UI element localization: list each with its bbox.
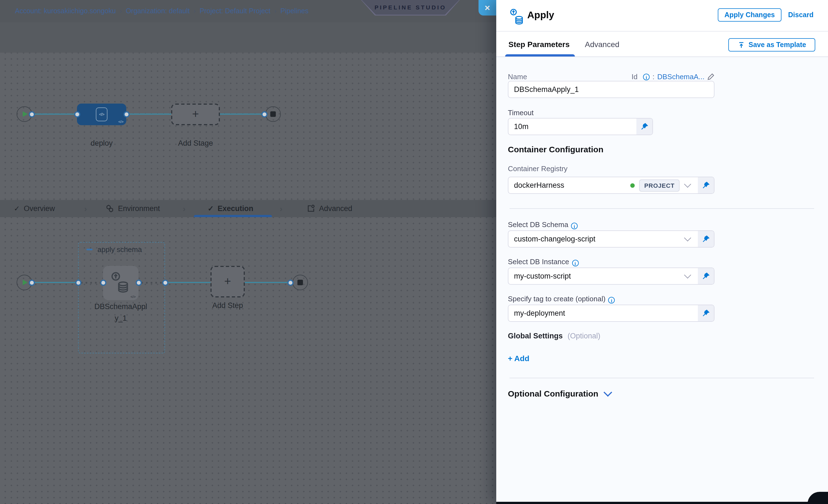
stop-icon [270, 111, 276, 117]
breadcrumb-separator: › [194, 7, 196, 15]
chevron-down-icon[interactable] [684, 271, 691, 278]
pin-input-type-button[interactable] [636, 119, 653, 135]
db-schema-apply-icon [111, 271, 131, 295]
name-input[interactable]: DBSchemaApply_1 [508, 81, 714, 98]
step-group-label: apply schema [97, 245, 142, 254]
pin-input-type-button[interactable] [698, 177, 714, 193]
step-label-line2[interactable]: y_1 [89, 314, 153, 322]
advanced-icon [307, 204, 315, 213]
tab-execution[interactable]: ✓ Execution [208, 200, 253, 217]
tab-advanced[interactable]: Advanced [307, 200, 352, 217]
add-global-setting-button[interactable]: + Add [508, 354, 530, 363]
code-badge-icon: </> [130, 295, 136, 298]
db-schema-label: Select DB Schemai [508, 220, 578, 229]
global-settings-label: Global Settings [508, 332, 563, 340]
optional-configuration-label: Optional Configuration [508, 389, 598, 398]
pin-icon [702, 235, 710, 243]
play-icon [23, 280, 28, 285]
deploy-out-port [123, 111, 129, 117]
step-label-line1[interactable]: DBSchemaAppl [89, 302, 153, 311]
connector-line [219, 114, 262, 115]
add-stage-label[interactable]: Add Stage [168, 139, 223, 147]
stage-label[interactable]: deploy [77, 139, 126, 147]
id-colon: : [653, 73, 654, 81]
db-instance-label: Select DB Instancei [508, 257, 579, 266]
name-value: DBSchemaApply_1 [508, 85, 714, 94]
breadcrumb-project[interactable]: Project: Default Project [200, 7, 271, 15]
tab-separator-icon: › [84, 200, 87, 217]
add-step-label[interactable]: Add Step [204, 301, 251, 309]
tag-label-text: Specify tag to create (optional) [508, 295, 606, 303]
db-schema-select[interactable]: custom-changelog-script [508, 230, 714, 248]
edit-id-icon[interactable] [707, 73, 714, 80]
pin-input-type-button[interactable] [698, 268, 714, 284]
step-group-header[interactable]: apply schema [86, 245, 142, 254]
id-value[interactable]: DBSchemaA... [657, 73, 704, 81]
tab-environment[interactable]: Environment [106, 200, 160, 217]
start-port [29, 280, 35, 286]
active-tab-underline [505, 54, 575, 56]
info-icon[interactable]: i [571, 223, 578, 229]
execution-canvas: apply schema [0, 217, 496, 504]
pin-icon [702, 181, 710, 190]
collapse-group-icon[interactable] [86, 249, 92, 250]
save-as-template-button[interactable]: Save as Template [728, 38, 815, 51]
apply-step-icon [509, 8, 525, 26]
connector-line [128, 114, 172, 115]
breadcrumb-separator: › [275, 7, 277, 15]
container-registry-selector[interactable]: dockerHarness PROJECT [508, 177, 714, 194]
stage-node-deploy[interactable]: </> </> [77, 103, 126, 125]
step-node-dbschemaapply[interactable]: </> [103, 266, 138, 300]
stop-icon [297, 280, 303, 285]
pin-icon [702, 309, 710, 318]
db-schema-value: custom-changelog-script [508, 235, 679, 243]
tab-step-parameters[interactable]: Step Parameters [508, 40, 570, 49]
close-drawer-button[interactable]: ✕ [479, 0, 496, 15]
add-step-button[interactable]: + [210, 266, 245, 297]
info-icon[interactable]: i [572, 260, 579, 266]
template-upload-icon [738, 41, 745, 48]
pin-input-type-button[interactable] [698, 305, 714, 321]
chevron-down-icon[interactable] [684, 180, 691, 187]
global-settings-row: Global Settings (Optional) [508, 332, 601, 340]
section-divider [509, 378, 814, 378]
id-row: Id i : DBSchemaA... [632, 73, 714, 81]
add-stage-button[interactable]: + [171, 103, 220, 125]
breadcrumb-pipelines[interactable]: Pipelines [281, 7, 308, 15]
tag-input[interactable]: my-deployment [508, 305, 714, 322]
chevron-down-icon[interactable] [604, 388, 612, 396]
id-label: Id [632, 73, 638, 81]
optional-configuration-row[interactable]: Optional Configuration [508, 389, 611, 398]
container-registry-value: dockerHarness [508, 181, 630, 190]
pin-input-type-button[interactable] [698, 231, 714, 247]
breadcrumb-organization[interactable]: Organization: default [126, 7, 190, 15]
section-divider [509, 208, 814, 209]
db-instance-value: my-custom-script [508, 272, 679, 280]
chevron-down-icon[interactable] [684, 234, 691, 241]
apply-changes-button[interactable]: Apply Changes [718, 8, 782, 22]
tab-environment-label: Environment [118, 204, 160, 213]
step-out-port [135, 280, 141, 286]
info-icon[interactable]: i [643, 73, 650, 80]
check-icon: ✓ [14, 204, 20, 213]
deploy-in-port [74, 111, 80, 117]
db-instance-select[interactable]: my-custom-script [508, 267, 714, 285]
pipeline-studio-badge: PIPELINE STUDIO [361, 0, 460, 15]
end-port [261, 111, 267, 117]
connector-line [167, 282, 210, 283]
db-schema-label-text: Select DB Schema [508, 220, 568, 229]
discard-button[interactable]: Discard [788, 8, 814, 22]
breadcrumb-account[interactable]: Account: kurosakiichigo.songoku [15, 7, 116, 15]
info-icon[interactable]: i [609, 297, 615, 303]
pipeline-title-row: custom-changelog-script VISUAL YAML [0, 22, 496, 53]
tab-overview[interactable]: ✓ Overview [14, 200, 55, 217]
timeout-input[interactable]: 10m [508, 118, 653, 135]
step-in-port [100, 280, 106, 286]
plus-icon: + [192, 107, 199, 121]
tab-advanced-drawer[interactable]: Advanced [585, 40, 619, 49]
tab-separator-icon: › [280, 200, 283, 217]
group-in-port [75, 280, 81, 286]
plus-icon: + [224, 275, 231, 288]
drawer-header: Apply Apply Changes Discard [496, 0, 828, 32]
pipeline-editor-region: Account: kurosakiichigo.songoku›Organiza… [0, 0, 496, 504]
